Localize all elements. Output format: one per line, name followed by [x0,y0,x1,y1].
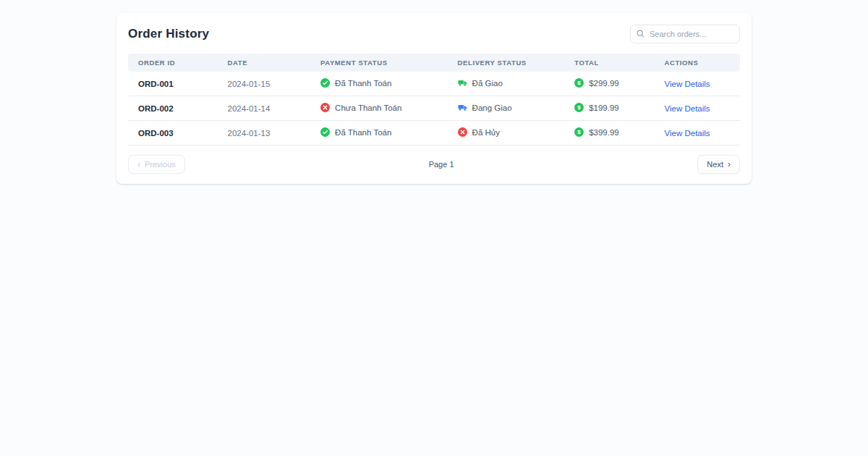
column-header-date: Date [218,54,311,72]
payment-status-label: Chưa Thanh Toán [335,104,401,112]
svg-text:$: $ [577,104,581,111]
order-history-card: Order History Order ID Date Payment Stat… [116,13,752,184]
next-button[interactable]: Next › [697,155,740,174]
delivery-status-cell: Đã Giao [448,72,565,96]
total-amount: $399.99 [589,128,619,137]
payment-status-cell: Đã Thanh Toán [310,121,448,145]
search-box [630,25,740,43]
order-id-cell: ORD-002 [128,96,218,121]
dollar-circle-icon: $ [574,103,584,112]
actions-cell: View Details [655,121,740,145]
svg-text:$: $ [577,129,581,135]
truck-icon [458,78,467,88]
x-circle-icon [320,103,330,112]
payment-status-cell: Đã Thanh Toán [310,72,448,96]
date-cell: 2024-01-15 [218,72,311,96]
chevron-right-icon: › [728,160,731,169]
page-indicator: Page 1 [429,160,454,169]
orders-table: Order ID Date Payment Status Delivery St… [128,54,740,145]
page-title: Order History [128,27,209,41]
check-circle-icon [320,78,330,88]
table-row: ORD-001 2024-01-15 Đã Thanh Toán [128,72,740,96]
table-header-row: Order ID Date Payment Status Delivery St… [128,54,740,72]
svg-text:$: $ [577,80,581,86]
total-cell: $ $299.99 [564,72,654,96]
previous-button[interactable]: ‹ Previous [128,155,185,174]
payment-status-cell: Chưa Thanh Toán [310,96,448,121]
previous-button-label: Previous [145,160,176,169]
table-row: ORD-003 2024-01-13 Đã Thanh Toán [128,121,740,145]
payment-status-label: Đã Thanh Toán [335,128,391,137]
column-header-total: Total [564,54,654,72]
delivery-status-label: Đã Giao [472,79,503,88]
payment-status-label: Đã Thanh Toán [335,79,391,88]
total-amount: $299.99 [589,79,619,88]
delivery-status-label: Đã Hủy [472,128,500,137]
search-icon [636,29,645,38]
total-amount: $199.99 [589,104,619,112]
column-header-order-id: Order ID [128,54,218,72]
view-details-link[interactable]: View Details [665,129,710,138]
truck-icon [458,103,467,112]
total-cell: $ $199.99 [564,96,654,121]
total-cell: $ $399.99 [564,121,654,145]
date-cell: 2024-01-13 [218,121,311,145]
delivery-status-cell: Đang Giao [448,96,565,121]
table-row: ORD-002 2024-01-14 Chưa Thanh Toán [128,96,740,121]
x-circle-icon [458,127,467,137]
view-details-link[interactable]: View Details [665,104,710,113]
pagination: ‹ Previous Page 1 Next › [128,155,740,174]
actions-cell: View Details [655,72,740,96]
column-header-actions: Actions [655,54,740,72]
delivery-status-cell: Đã Hủy [448,121,565,145]
next-button-label: Next [707,160,723,169]
actions-cell: View Details [655,96,740,121]
date-cell: 2024-01-14 [218,96,311,121]
delivery-status-label: Đang Giao [472,104,512,112]
chevron-left-icon: ‹ [137,160,140,169]
order-id-cell: ORD-001 [128,72,218,96]
check-circle-icon [320,127,330,137]
dollar-circle-icon: $ [574,78,584,88]
column-header-delivery-status: Delivery Status [448,54,565,72]
search-input[interactable] [630,25,740,43]
card-header: Order History [128,25,740,43]
view-details-link[interactable]: View Details [665,80,710,88]
order-id-cell: ORD-003 [128,121,218,145]
column-header-payment-status: Payment Status [310,54,448,72]
dollar-circle-icon: $ [574,127,584,137]
